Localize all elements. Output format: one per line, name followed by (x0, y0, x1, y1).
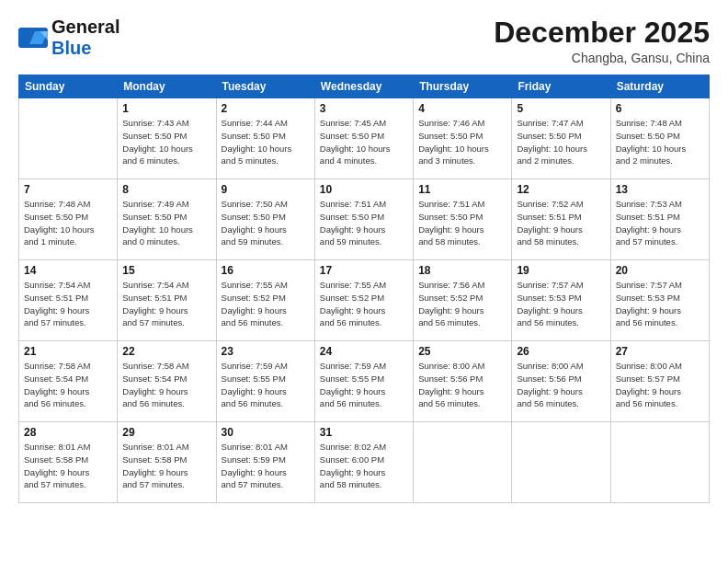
week-row-3: 14Sunrise: 7:54 AMSunset: 5:51 PMDayligh… (19, 260, 710, 341)
day-info: Sunrise: 7:58 AMSunset: 5:54 PMDaylight:… (122, 360, 210, 410)
day-info: Sunrise: 8:01 AMSunset: 5:59 PMDaylight:… (222, 441, 310, 491)
day-info: Sunrise: 7:54 AMSunset: 5:51 PMDaylight:… (122, 279, 210, 329)
cell-w5-d5 (512, 422, 610, 503)
cell-w1-d1: 1Sunrise: 7:43 AMSunset: 5:50 PMDaylight… (118, 98, 216, 179)
cell-w1-d0 (19, 98, 118, 179)
cell-w5-d6 (610, 422, 709, 503)
day-info: Sunrise: 8:01 AMSunset: 5:58 PMDaylight:… (122, 441, 210, 491)
day-number: 9 (222, 183, 310, 196)
cell-w2-d4: 11Sunrise: 7:51 AMSunset: 5:50 PMDayligh… (414, 179, 512, 260)
cell-w3-d6: 20Sunrise: 7:57 AMSunset: 5:53 PMDayligh… (610, 260, 709, 341)
col-sunday: Sunday (19, 75, 118, 98)
calendar: Sunday Monday Tuesday Wednesday Thursday… (18, 75, 710, 503)
cell-w2-d6: 13Sunrise: 7:53 AMSunset: 5:51 PMDayligh… (610, 179, 709, 260)
cell-w2-d1: 8Sunrise: 7:49 AMSunset: 5:50 PMDaylight… (118, 179, 216, 260)
day-info: Sunrise: 7:47 AMSunset: 5:50 PMDaylight:… (517, 117, 605, 167)
day-info: Sunrise: 8:02 AMSunset: 6:00 PMDaylight:… (320, 441, 408, 491)
cell-w5-d1: 29Sunrise: 8:01 AMSunset: 5:58 PMDayligh… (118, 422, 216, 503)
day-number: 17 (320, 264, 408, 277)
day-info: Sunrise: 7:48 AMSunset: 5:50 PMDaylight:… (616, 117, 704, 167)
location: Changba, Gansu, China (494, 51, 710, 65)
day-number: 16 (222, 264, 310, 277)
cell-w1-d2: 2Sunrise: 7:44 AMSunset: 5:50 PMDaylight… (216, 98, 314, 179)
day-info: Sunrise: 7:55 AMSunset: 5:52 PMDaylight:… (320, 279, 408, 329)
day-number: 26 (517, 345, 605, 358)
day-number: 15 (122, 264, 210, 277)
day-number: 19 (517, 264, 605, 277)
day-info: Sunrise: 7:55 AMSunset: 5:52 PMDaylight:… (222, 279, 310, 329)
day-info: Sunrise: 8:00 AMSunset: 5:57 PMDaylight:… (616, 360, 704, 410)
day-number: 7 (24, 183, 112, 196)
col-saturday: Saturday (610, 75, 709, 98)
cell-w4-d1: 22Sunrise: 7:58 AMSunset: 5:54 PMDayligh… (118, 341, 216, 422)
day-info: Sunrise: 7:56 AMSunset: 5:52 PMDaylight:… (418, 279, 506, 329)
col-tuesday: Tuesday (216, 75, 314, 98)
day-number: 13 (616, 183, 704, 196)
cell-w3-d5: 19Sunrise: 7:57 AMSunset: 5:53 PMDayligh… (512, 260, 610, 341)
cell-w4-d6: 27Sunrise: 8:00 AMSunset: 5:57 PMDayligh… (610, 341, 709, 422)
week-row-4: 21Sunrise: 7:58 AMSunset: 5:54 PMDayligh… (19, 341, 710, 422)
cell-w3-d1: 15Sunrise: 7:54 AMSunset: 5:51 PMDayligh… (118, 260, 216, 341)
cell-w3-d0: 14Sunrise: 7:54 AMSunset: 5:51 PMDayligh… (19, 260, 118, 341)
logo-icon (18, 28, 48, 48)
day-info: Sunrise: 7:43 AMSunset: 5:50 PMDaylight:… (122, 117, 210, 167)
day-info: Sunrise: 8:00 AMSunset: 5:56 PMDaylight:… (418, 360, 506, 410)
cell-w4-d3: 24Sunrise: 7:59 AMSunset: 5:55 PMDayligh… (314, 341, 413, 422)
day-number: 8 (122, 183, 210, 196)
cell-w3-d2: 16Sunrise: 7:55 AMSunset: 5:52 PMDayligh… (216, 260, 314, 341)
cell-w5-d2: 30Sunrise: 8:01 AMSunset: 5:59 PMDayligh… (216, 422, 314, 503)
cell-w2-d3: 10Sunrise: 7:51 AMSunset: 5:50 PMDayligh… (314, 179, 413, 260)
day-info: Sunrise: 7:59 AMSunset: 5:55 PMDaylight:… (222, 360, 310, 410)
day-number: 2 (222, 102, 310, 115)
day-number: 3 (320, 102, 408, 115)
day-info: Sunrise: 7:46 AMSunset: 5:50 PMDaylight:… (418, 117, 506, 167)
day-number: 5 (517, 102, 605, 115)
month-title: December 2025 (494, 17, 710, 49)
day-info: Sunrise: 7:54 AMSunset: 5:51 PMDaylight:… (24, 279, 112, 329)
day-number: 28 (24, 426, 112, 439)
day-info: Sunrise: 7:53 AMSunset: 5:51 PMDaylight:… (616, 198, 704, 248)
day-number: 24 (320, 345, 408, 358)
day-number: 30 (222, 426, 310, 439)
cell-w1-d6: 6Sunrise: 7:48 AMSunset: 5:50 PMDaylight… (610, 98, 709, 179)
cell-w5-d3: 31Sunrise: 8:02 AMSunset: 6:00 PMDayligh… (314, 422, 413, 503)
cell-w2-d5: 12Sunrise: 7:52 AMSunset: 5:51 PMDayligh… (512, 179, 610, 260)
week-row-5: 28Sunrise: 8:01 AMSunset: 5:58 PMDayligh… (19, 422, 710, 503)
cell-w2-d2: 9Sunrise: 7:50 AMSunset: 5:50 PMDaylight… (216, 179, 314, 260)
day-info: Sunrise: 8:00 AMSunset: 5:56 PMDaylight:… (517, 360, 605, 410)
cell-w4-d2: 23Sunrise: 7:59 AMSunset: 5:55 PMDayligh… (216, 341, 314, 422)
day-info: Sunrise: 7:58 AMSunset: 5:54 PMDaylight:… (24, 360, 112, 410)
day-info: Sunrise: 7:57 AMSunset: 5:53 PMDaylight:… (517, 279, 605, 329)
cell-w4-d0: 21Sunrise: 7:58 AMSunset: 5:54 PMDayligh… (19, 341, 118, 422)
day-number: 1 (122, 102, 210, 115)
week-row-2: 7Sunrise: 7:48 AMSunset: 5:50 PMDaylight… (19, 179, 710, 260)
title-block: December 2025 Changba, Gansu, China (494, 17, 710, 65)
cell-w2-d0: 7Sunrise: 7:48 AMSunset: 5:50 PMDaylight… (19, 179, 118, 260)
cell-w3-d3: 17Sunrise: 7:55 AMSunset: 5:52 PMDayligh… (314, 260, 413, 341)
day-number: 23 (222, 345, 310, 358)
day-info: Sunrise: 8:01 AMSunset: 5:58 PMDaylight:… (24, 441, 112, 491)
day-number: 10 (320, 183, 408, 196)
cell-w1-d4: 4Sunrise: 7:46 AMSunset: 5:50 PMDaylight… (414, 98, 512, 179)
day-info: Sunrise: 7:51 AMSunset: 5:50 PMDaylight:… (320, 198, 408, 248)
col-wednesday: Wednesday (314, 75, 413, 98)
day-info: Sunrise: 7:57 AMSunset: 5:53 PMDaylight:… (616, 279, 704, 329)
day-number: 18 (418, 264, 506, 277)
col-monday: Monday (118, 75, 216, 98)
day-info: Sunrise: 7:59 AMSunset: 5:55 PMDaylight:… (320, 360, 408, 410)
day-number: 21 (24, 345, 112, 358)
day-number: 11 (418, 183, 506, 196)
col-friday: Friday (512, 75, 610, 98)
day-info: Sunrise: 7:50 AMSunset: 5:50 PMDaylight:… (222, 198, 310, 248)
day-number: 6 (616, 102, 704, 115)
logo-text-general: General (51, 17, 119, 37)
day-info: Sunrise: 7:49 AMSunset: 5:50 PMDaylight:… (122, 198, 210, 248)
calendar-header-row: Sunday Monday Tuesday Wednesday Thursday… (19, 75, 710, 98)
day-number: 27 (616, 345, 704, 358)
col-thursday: Thursday (414, 75, 512, 98)
logo-text-blue: Blue (51, 38, 91, 58)
cell-w5-d0: 28Sunrise: 8:01 AMSunset: 5:58 PMDayligh… (19, 422, 118, 503)
day-number: 20 (616, 264, 704, 277)
day-info: Sunrise: 7:48 AMSunset: 5:50 PMDaylight:… (24, 198, 112, 248)
cell-w1-d5: 5Sunrise: 7:47 AMSunset: 5:50 PMDaylight… (512, 98, 610, 179)
